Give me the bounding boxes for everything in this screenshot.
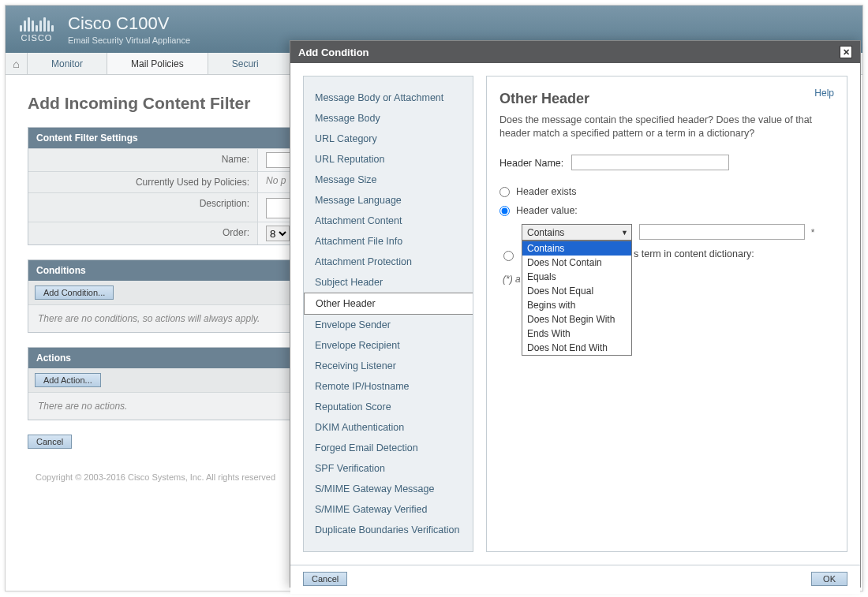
condition-type-item[interactable]: S/MIME Gateway Verified [304, 499, 473, 520]
condition-type-item[interactable]: Message Language [304, 190, 473, 211]
nav-tab-mail-policies[interactable]: Mail Policies [107, 53, 208, 74]
name-label: Name: [28, 149, 257, 171]
modal-ok-button[interactable]: OK [811, 572, 847, 586]
condition-type-item[interactable]: Remote IP/Hostname [304, 376, 473, 397]
logo-text: CISCO [21, 33, 53, 43]
product-title: Cisco C100V [68, 13, 190, 34]
condition-type-item[interactable]: SPF Verification [304, 458, 473, 479]
operator-option[interactable]: Ends With [522, 326, 631, 341]
condition-type-item[interactable]: Other Header [304, 293, 473, 315]
condition-type-item[interactable]: Receiving Listener [304, 356, 473, 376]
dictionary-label-suffix: s term in content dictionary: [634, 248, 754, 259]
operator-option[interactable]: Contains [522, 241, 631, 256]
header-name-field[interactable] [571, 155, 729, 170]
logo-bars-icon [20, 16, 54, 32]
nav-tab-monitor[interactable]: Monitor [28, 53, 107, 74]
operator-option[interactable]: Does Not Begin With [522, 312, 631, 326]
radio-dictionary[interactable] [503, 251, 514, 261]
condition-type-item[interactable]: Envelope Recipient [304, 335, 473, 356]
radio-header-exists-label: Header exists [516, 186, 576, 197]
condition-type-item[interactable]: Message Body or Attachment [304, 88, 473, 108]
cisco-logo: CISCO [20, 16, 54, 43]
header-name-label: Header Name: [499, 158, 563, 169]
condition-type-item[interactable]: URL Category [304, 129, 473, 149]
order-label: Order: [28, 222, 257, 244]
detail-description: Does the message contain the specified h… [499, 114, 834, 140]
description-label: Description: [28, 193, 257, 222]
add-condition-button[interactable]: Add Condition... [35, 285, 114, 300]
order-select[interactable]: 8 [266, 226, 290, 241]
condition-type-item[interactable]: Attachment Protection [304, 252, 473, 272]
operator-option[interactable]: Does Not End With [522, 341, 631, 355]
radio-header-value[interactable] [499, 206, 510, 216]
condition-type-item[interactable]: Attachment File Info [304, 231, 473, 252]
condition-type-item[interactable]: Message Size [304, 170, 473, 190]
condition-type-item[interactable]: Subject Header [304, 272, 473, 293]
operator-option[interactable]: Does Not Contain [522, 256, 631, 270]
add-condition-modal: Add Condition ✕ Message Body or Attachme… [290, 40, 861, 588]
condition-type-item[interactable]: DKIM Authentication [304, 417, 473, 438]
condition-type-item[interactable]: Attachment Content [304, 211, 473, 231]
condition-type-item[interactable]: Reputation Score [304, 397, 473, 417]
operator-dropdown-menu: ContainsDoes Not ContainEqualsDoes Not E… [522, 241, 632, 356]
condition-type-item[interactable]: Forged Email Detection [304, 438, 473, 458]
condition-type-item[interactable]: S/MIME Gateway Message [304, 479, 473, 499]
modal-titlebar: Add Condition ✕ [290, 41, 860, 63]
condition-type-item[interactable]: Duplicate Boundaries Verification [304, 520, 473, 540]
cancel-page-button[interactable]: Cancel [28, 435, 72, 449]
home-icon[interactable]: ⌂ [6, 53, 28, 74]
select-current-value: Contains [527, 227, 564, 238]
condition-detail-panel: Help Other Header Does the message conta… [486, 76, 847, 552]
operator-option[interactable]: Does Not Equal [522, 284, 631, 298]
header-value-field[interactable] [639, 224, 805, 240]
close-icon[interactable]: ✕ [840, 46, 852, 58]
required-asterisk: * [811, 227, 815, 238]
add-action-button[interactable]: Add Action... [35, 373, 101, 387]
modal-title-text: Add Condition [298, 47, 369, 58]
nav-tab-security[interactable]: Securi [208, 53, 282, 74]
operator-option[interactable]: Equals [522, 270, 631, 284]
currently-used-label: Currently Used by Policies: [28, 172, 257, 192]
condition-type-list: Message Body or AttachmentMessage BodyUR… [303, 76, 473, 552]
radio-header-exists[interactable] [499, 187, 510, 197]
header-value-operator-select[interactable]: Contains ▼ [522, 224, 632, 241]
condition-type-item[interactable]: Envelope Sender [304, 315, 473, 335]
condition-type-item[interactable]: Message Body [304, 108, 473, 129]
radio-header-value-label: Header value: [516, 205, 578, 216]
note-prefix: (*) a [503, 274, 521, 285]
condition-type-item[interactable]: URL Reputation [304, 149, 473, 170]
chevron-down-icon: ▼ [621, 229, 628, 237]
detail-title: Other Header [499, 91, 834, 107]
product-subtitle: Email Security Virtual Appliance [68, 35, 190, 45]
operator-option[interactable]: Begins with [522, 298, 631, 312]
help-link[interactable]: Help [814, 88, 834, 99]
modal-cancel-button[interactable]: Cancel [303, 572, 347, 586]
